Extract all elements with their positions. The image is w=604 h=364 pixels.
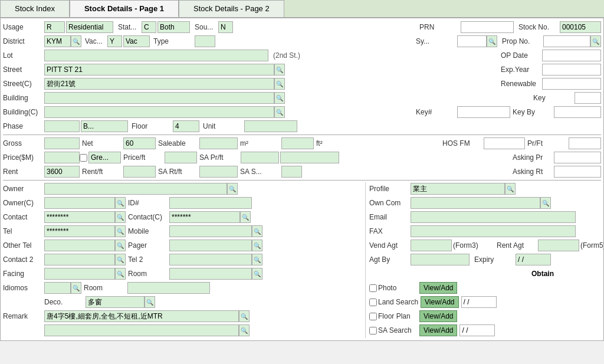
expiry-input[interactable]	[516, 254, 551, 265]
building-c-input[interactable]	[44, 106, 274, 118]
gross-input[interactable]	[44, 137, 80, 149]
prop-no-input[interactable]	[543, 35, 590, 47]
tab-stock-details-page2[interactable]: Stock Details - Page 2	[179, 0, 284, 17]
agt-by-input[interactable]	[411, 254, 470, 265]
op-date-input[interactable]	[542, 50, 601, 61]
stock-no-input[interactable]	[560, 21, 601, 33]
gre-checkbox[interactable]	[80, 154, 87, 162]
sy-search-btn[interactable]: 🔍	[487, 35, 497, 47]
key-by-input[interactable]	[554, 106, 601, 118]
building-input[interactable]	[44, 92, 274, 104]
price-ft-input[interactable]	[165, 152, 197, 163]
vac-input[interactable]	[107, 35, 122, 47]
street-search-btn[interactable]: 🔍	[274, 64, 285, 76]
own-com-input[interactable]	[411, 197, 540, 209]
tel2-input[interactable]	[169, 254, 252, 265]
tel-search-btn[interactable]: 🔍	[115, 225, 126, 237]
unit-input[interactable]	[244, 120, 297, 132]
key-input[interactable]	[575, 92, 601, 104]
fax-input[interactable]	[411, 225, 576, 237]
exp-year-input[interactable]	[542, 64, 601, 76]
pr-ft-input[interactable]	[569, 137, 601, 149]
floor-input[interactable]	[173, 120, 199, 132]
sy-input[interactable]	[457, 35, 487, 47]
remark-search-btn[interactable]: 🔍	[239, 310, 250, 322]
owner-c-search-btn[interactable]: 🔍	[115, 197, 126, 209]
tel2-search-btn[interactable]: 🔍	[252, 254, 262, 265]
contact-input[interactable]	[44, 211, 115, 223]
email-input[interactable]	[411, 211, 576, 223]
land-search-checkbox[interactable]	[369, 299, 377, 306]
land-search-date-input[interactable]	[461, 296, 497, 308]
remark2-search-btn[interactable]: 🔍	[239, 324, 250, 336]
room-input[interactable]	[169, 268, 252, 280]
gre-input[interactable]	[88, 152, 121, 163]
sa-search-date-input[interactable]	[459, 324, 495, 336]
profile-input[interactable]	[411, 183, 505, 195]
facing-input[interactable]	[44, 268, 115, 280]
stat-input[interactable]	[142, 21, 156, 33]
deco-search-btn[interactable]: 🔍	[145, 296, 155, 308]
prn-input[interactable]	[461, 21, 514, 33]
both-input[interactable]	[157, 21, 190, 33]
mobile-search-btn[interactable]: 🔍	[252, 225, 262, 237]
floor-plan-checkbox[interactable]	[369, 313, 377, 320]
deco-input[interactable]	[86, 296, 145, 308]
sa-search-checkbox[interactable]	[369, 327, 377, 335]
asking-rt-input[interactable]	[554, 166, 601, 178]
vend-agt-input[interactable]	[411, 240, 452, 251]
rent-agt-input[interactable]	[538, 240, 579, 251]
idiomos-search-btn[interactable]: 🔍	[71, 282, 81, 294]
other-tel-search-btn[interactable]: 🔍	[115, 240, 126, 251]
owner-input[interactable]	[44, 183, 227, 195]
contact-search-btn[interactable]: 🔍	[115, 211, 126, 223]
prop-no-search-btn[interactable]: 🔍	[590, 35, 601, 47]
tab-stock-index[interactable]: Stock Index	[0, 0, 70, 17]
sa-s-input[interactable]	[281, 166, 302, 178]
price-input[interactable]	[44, 152, 80, 163]
street-c-search-btn[interactable]: 🔍	[274, 78, 285, 90]
floor-plan-view-add-btn[interactable]: View/Add	[419, 310, 457, 322]
asking-pr-input[interactable]	[554, 152, 601, 163]
room2-input[interactable]	[127, 282, 210, 294]
street-input[interactable]	[44, 64, 274, 76]
price-extra-input[interactable]	[280, 152, 339, 163]
type-input[interactable]	[195, 35, 215, 47]
id-hash-input[interactable]	[169, 197, 252, 209]
other-tel-input[interactable]	[44, 240, 115, 251]
district-input[interactable]	[44, 35, 71, 47]
photo-checkbox[interactable]	[369, 284, 377, 292]
district-search-btn[interactable]: 🔍	[71, 35, 81, 47]
land-search-view-add-btn[interactable]: View/Add	[421, 296, 458, 308]
tab-stock-details-page1[interactable]: Stock Details - Page 1	[70, 0, 179, 17]
building-search-btn[interactable]: 🔍	[274, 92, 285, 104]
street-c-input[interactable]	[44, 78, 274, 90]
rent-ft-input[interactable]	[123, 166, 156, 178]
sa-rt-ft-input[interactable]	[199, 166, 238, 178]
sa-search-view-add-btn[interactable]: View/Add	[419, 324, 457, 336]
usage-code-input[interactable]	[44, 21, 65, 33]
vac2-input[interactable]	[123, 35, 150, 47]
source-input[interactable]	[218, 21, 233, 33]
block-input[interactable]	[81, 120, 128, 132]
m2-input[interactable]	[281, 137, 314, 149]
lot-input[interactable]	[44, 50, 268, 61]
renewable-input[interactable]	[542, 78, 601, 90]
room-search-btn[interactable]: 🔍	[252, 268, 262, 280]
owner-c-input[interactable]	[44, 197, 115, 209]
building-c-search-btn[interactable]: 🔍	[274, 106, 285, 118]
usage-desc-input[interactable]	[66, 21, 113, 33]
phase-input[interactable]	[44, 120, 80, 132]
contact2-search-btn[interactable]: 🔍	[115, 254, 126, 265]
hos-fm-input[interactable]	[484, 137, 525, 149]
pager-search-btn[interactable]: 🔍	[252, 240, 262, 251]
owner-search-btn[interactable]: 🔍	[227, 183, 238, 195]
net-input[interactable]	[123, 137, 156, 149]
remark-input[interactable]	[44, 310, 239, 322]
sa-pr-ft-input[interactable]	[241, 152, 279, 163]
tel-input[interactable]	[44, 225, 115, 237]
own-com-search-btn[interactable]: 🔍	[540, 197, 551, 209]
facing-search-btn[interactable]: 🔍	[115, 268, 126, 280]
mobile-input[interactable]	[169, 225, 252, 237]
contact2-input[interactable]	[44, 254, 115, 265]
